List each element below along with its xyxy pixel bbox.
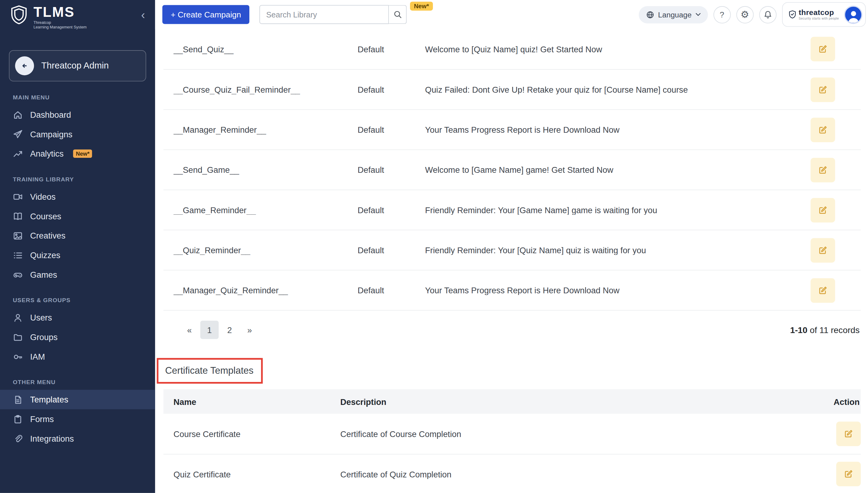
logo-text: TLMS Threatcop Learning Management Syste… (33, 5, 87, 30)
sidebar-item-label: Creatives (30, 231, 65, 240)
template-subject: Welcome to [Quiz Name] quiz! Get Started… (425, 44, 810, 54)
edit-pencil-icon (818, 44, 828, 54)
gamepad-icon (13, 270, 23, 280)
edit-pencil-icon (818, 245, 828, 255)
email-templates-table: __Send_Quiz__ Default Welcome to [Quiz N… (163, 29, 861, 349)
annotation-highlight-box: Certificate Templates (157, 358, 262, 384)
sidebar-item-creatives[interactable]: Creatives (0, 226, 155, 245)
certificate-templates-table: Name Description Action Course Certifica… (163, 389, 861, 493)
sidebar-item-games[interactable]: Games (0, 265, 155, 284)
video-camera-icon (13, 191, 23, 201)
pagination-page-2[interactable]: 2 (220, 321, 239, 339)
sidebar-item-label: Campaigns (30, 129, 72, 139)
table-row: __Manager_Reminder__ Default Your Teams … (163, 109, 861, 149)
edit-button[interactable] (810, 197, 835, 222)
logo-subtitle-line2: Learning Management System (33, 25, 87, 30)
template-category: Default (358, 125, 425, 134)
template-subject: Quiz Failed: Dont Give Up! Retake your q… (425, 85, 810, 94)
edit-button[interactable] (810, 157, 835, 182)
template-subject: Friendly Reminder: Your [Quiz Name] quiz… (425, 245, 810, 255)
edit-pencil-icon (844, 469, 854, 479)
pagination-page-1[interactable]: 1 (200, 321, 219, 339)
sidebar-item-label: Quizzes (30, 251, 60, 260)
sidebar-item-users[interactable]: Users (0, 308, 155, 327)
sidebar-item-label: Forms (30, 414, 54, 424)
sidebar-item-integrations[interactable]: Integrations (0, 429, 155, 448)
template-category: Default (358, 245, 425, 255)
pagination-prev-button[interactable]: « (180, 321, 198, 339)
help-button[interactable]: ? (713, 6, 731, 23)
analytics-chart-icon (13, 149, 23, 159)
template-name: __Quiz_Reminder__ (173, 245, 358, 255)
edit-pencil-icon (818, 125, 828, 135)
document-icon (13, 394, 23, 405)
globe-icon (646, 10, 654, 19)
new-badge-floating: New* (410, 2, 433, 10)
back-arrow-button[interactable] (15, 56, 34, 75)
key-icon (13, 352, 23, 362)
template-category: Default (358, 205, 425, 215)
settings-button[interactable]: ⚙ (736, 6, 754, 23)
sidebar-item-groups[interactable]: Groups (0, 327, 155, 347)
template-name: __Manager_Reminder__ (173, 125, 358, 134)
edit-button[interactable] (810, 117, 835, 142)
sidebar-item-templates[interactable]: Templates (0, 390, 155, 409)
notifications-button[interactable] (759, 6, 777, 23)
sidebar-item-label: Users (30, 313, 52, 322)
edit-button[interactable] (836, 422, 861, 446)
certificate-name: Quiz Certificate (173, 469, 340, 479)
edit-button[interactable] (810, 278, 835, 302)
table-row: __Game_Reminder__ Default Friendly Remin… (163, 190, 861, 230)
edit-pencil-icon (818, 84, 828, 94)
edit-button[interactable] (810, 238, 835, 262)
pagination-next-button[interactable]: » (240, 321, 259, 339)
edit-button[interactable] (810, 78, 835, 102)
logo-subtitle-line1: Threatcop (33, 21, 87, 25)
table-row: __Manager_Quiz_Reminder__ Default Your T… (163, 270, 861, 310)
sidebar-item-label: Dashboard (30, 110, 71, 119)
records-summary: 1-10 of 11 records (790, 325, 861, 335)
search-input[interactable] (259, 5, 389, 24)
sidebar-collapse-icon[interactable]: ‹ (138, 5, 148, 25)
account-menu[interactable]: threatcop Security starts with people (782, 2, 866, 27)
sidebar-item-forms[interactable]: Forms (0, 409, 155, 429)
search-button[interactable] (389, 5, 407, 24)
sidebar-item-analytics[interactable]: Analytics New* (0, 144, 155, 163)
language-selector[interactable]: Language (638, 6, 708, 23)
admin-account-box: Threatcop Admin (9, 50, 146, 81)
sidebar-item-label: Analytics (30, 149, 63, 158)
edit-pencil-icon (818, 285, 828, 296)
sidebar: TLMS Threatcop Learning Management Syste… (0, 0, 155, 493)
image-icon (13, 231, 23, 241)
sidebar-item-dashboard[interactable]: Dashboard (0, 105, 155, 125)
sidebar-item-courses[interactable]: Courses (0, 207, 155, 226)
sidebar-item-videos[interactable]: Videos (0, 187, 155, 207)
table-row: Course Certificate Certificate of Course… (163, 414, 861, 454)
edit-button[interactable] (810, 37, 835, 61)
column-header-name: Name (173, 396, 340, 406)
table-row: __Quiz_Reminder__ Default Friendly Remin… (163, 230, 861, 270)
certificate-description: Certificate of Course Completion (340, 429, 827, 438)
create-campaign-button[interactable]: + Create Campaign (163, 5, 250, 24)
sidebar-item-iam[interactable]: IAM (0, 347, 155, 366)
sidebar-item-label: IAM (30, 352, 45, 362)
template-name: __Course_Quiz_Fail_Reminder__ (173, 85, 358, 94)
app-root: TLMS Threatcop Learning Management Syste… (0, 0, 868, 493)
sidebar-item-quizzes[interactable]: Quizzes (0, 245, 155, 265)
avatar[interactable] (844, 5, 863, 24)
brand-name: threatcop (799, 8, 839, 17)
user-icon (13, 313, 23, 323)
edit-button[interactable] (836, 462, 861, 486)
certificate-name: Course Certificate (173, 429, 340, 438)
threatcop-logo: threatcop Security starts with people (788, 8, 839, 20)
search-icon (393, 10, 402, 19)
sidebar-logo: TLMS Threatcop Learning Management Syste… (0, 0, 155, 30)
certificate-templates-title: Certificate Templates (165, 365, 261, 376)
sidebar-item-label: Groups (30, 333, 58, 342)
sidebar-item-label: Templates (30, 395, 68, 404)
sidebar-item-campaigns[interactable]: Campaigns (0, 125, 155, 144)
template-subject: Friendly Reminder: Your [Game Name] game… (425, 205, 810, 215)
list-icon (13, 250, 23, 260)
template-category: Default (358, 44, 425, 54)
template-subject: Your Teams Progress Report is Here Downl… (425, 286, 810, 295)
